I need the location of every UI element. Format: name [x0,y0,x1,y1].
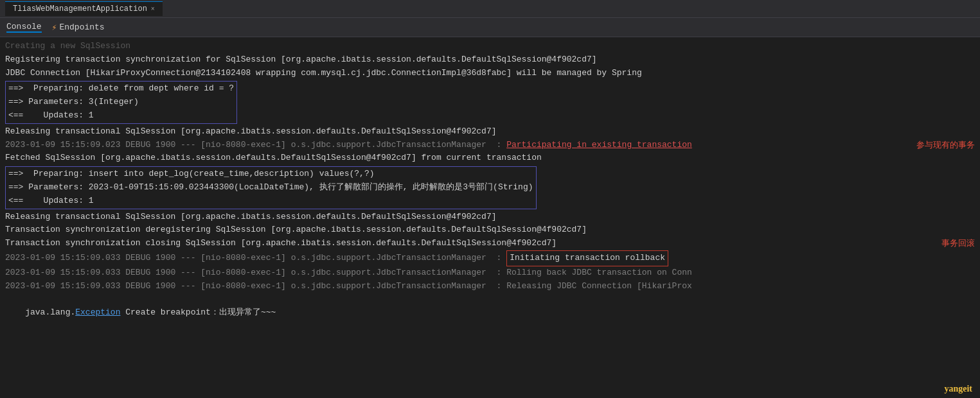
exception-label: Create breakpoint： [120,307,218,317]
log-line-18: 2023-01-09 15:15:09.033 DEBUG 1900 --- [… [5,280,975,293]
exception-prefix: java.lang. [25,307,75,317]
app-title: TliasWebManagementApplication [13,4,147,13]
exception-link[interactable]: Exception [75,307,120,317]
console-label: Console [6,22,42,31]
log-text-8: 2023-01-09 15:15:09.023 DEBUG 1900 --- [… [5,139,692,152]
log-line-14: Transaction synchronization deregisterin… [5,223,975,237]
exception-message: 出现异常了~~~ [219,307,276,317]
log-line-5: ==> Parameters: 3(Integer) [8,96,234,109]
log-line-10-group: ==> Preparing: insert into dept_log(crea… [5,166,537,209]
log-line-1: Creating a new SqlSession [5,40,975,53]
endpoints-label: Endpoints [59,22,104,32]
title-bar: TliasWebManagementApplication × [0,0,980,18]
app-tab[interactable]: TliasWebManagementApplication × [5,1,163,16]
toolbar: Console ⚡ Endpoints [0,18,980,37]
annotation-rollback: 事务回滚 [941,237,975,250]
console-tab[interactable]: Console [6,22,42,33]
log-text-16-highlight: Initiating transaction rollback [506,250,668,266]
endpoints-tab[interactable]: ⚡ Endpoints [52,22,105,33]
log-line-4: ==> Preparing: delete from dept where id… [8,82,234,96]
log-line-4-group: ==> Preparing: delete from dept where id… [5,81,237,123]
log-line-13: Releasing transactional SqlSession [org.… [5,211,975,224]
log-line-17: 2023-01-09 15:15:09.033 DEBUG 1900 --- [… [5,266,975,280]
brand-text: yangeit [944,384,972,394]
annotation-participating: 参与现有的事务 [916,139,975,152]
log-line-16: 2023-01-09 15:15:09.033 DEBUG 1900 --- [… [5,250,975,266]
log-line-6: <== Updates: 1 [8,109,234,123]
endpoints-icon: ⚡ [52,22,57,33]
log-line-3: JDBC Connection [HikariProxyConnection@2… [5,67,975,80]
log-line-2: Registering transaction synchronization … [5,53,975,67]
brand-label: yangeit [944,384,972,394]
log-line-7: Releasing transactional SqlSession [org.… [5,125,975,139]
console-area: Creating a new SqlSession Registering tr… [0,37,980,398]
log-line-9: Fetched SqlSession [org.apache.ibatis.se… [5,151,975,165]
log-line-11: ==> Parameters: 2023-01-09T15:15:09.0234… [8,181,533,195]
log-line-12: <== Updates: 1 [8,195,533,208]
log-text-16-prefix: 2023-01-09 15:15:09.033 DEBUG 1900 --- [… [5,252,506,265]
log-text-15: Transaction synchronization closing SqlS… [5,237,557,250]
log-line-8: 2023-01-09 15:15:09.023 DEBUG 1900 --- [… [5,139,975,152]
tab-close-icon[interactable]: × [151,6,155,13]
log-line-15: Transaction synchronization closing SqlS… [5,237,975,250]
log-line-10: ==> Preparing: insert into dept_log(crea… [8,168,533,181]
log-line-19: java.lang.Exception Create breakpoint：出现… [5,293,975,333]
